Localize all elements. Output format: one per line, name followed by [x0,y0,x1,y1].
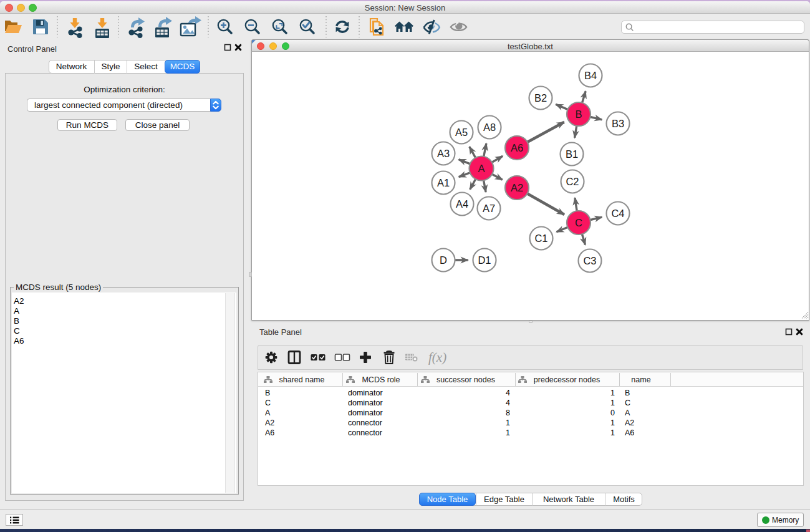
svg-text:B3: B3 [612,118,624,129]
svg-text:1: 1 [610,399,615,407]
svg-text:B1: B1 [566,148,578,160]
svg-text:B2: B2 [534,92,547,104]
svg-text:1: 1 [506,418,510,427]
svg-text:dominator: dominator [348,389,383,397]
svg-text:A7: A7 [483,203,495,214]
svg-text:C2: C2 [566,176,579,187]
svg-text:C: C [625,399,630,407]
svg-text:A2: A2 [265,418,274,427]
svg-text:C1: C1 [534,233,547,244]
svg-text:D: D [440,254,447,266]
svg-text:8: 8 [506,409,510,417]
svg-text:A6: A6 [265,428,274,437]
svg-text:D1: D1 [478,254,491,266]
svg-text:B: B [575,109,582,120]
svg-text:C: C [575,217,582,228]
svg-text:predecessor nodes: predecessor nodes [534,375,600,384]
svg-text:A: A [265,409,271,417]
svg-text:A2: A2 [625,418,634,427]
svg-text:dominator: dominator [348,409,383,417]
svg-text:C4: C4 [611,208,624,219]
svg-text:0: 0 [610,409,615,417]
svg-text:A4: A4 [456,198,468,210]
svg-text:MCDS role: MCDS role [362,375,400,384]
svg-text:A6: A6 [511,142,523,153]
svg-text:dominator: dominator [348,399,383,407]
svg-text:C: C [265,399,271,407]
svg-text:A1: A1 [437,177,450,188]
svg-text:shared name: shared name [279,375,325,384]
svg-text:A8: A8 [483,122,496,133]
svg-text:1: 1 [610,418,615,427]
svg-text:A2: A2 [511,182,523,193]
svg-text:B: B [265,389,270,397]
svg-text:A3: A3 [437,148,450,159]
svg-text:1: 1 [610,389,615,397]
svg-text:1: 1 [610,428,615,437]
svg-text:A6: A6 [625,428,634,437]
svg-text:C3: C3 [583,255,596,266]
svg-text:B4: B4 [584,70,597,81]
svg-text:connector: connector [348,418,382,427]
svg-text:4: 4 [506,399,510,407]
svg-text:A: A [478,163,485,174]
svg-text:1: 1 [506,428,510,437]
svg-text:4: 4 [506,389,510,397]
svg-text:successor nodes: successor nodes [436,375,495,384]
svg-text:A5: A5 [455,127,468,138]
svg-text:f(x): f(x) [428,350,446,365]
svg-text:A: A [625,409,630,417]
svg-text:name: name [631,375,650,384]
svg-text:connector: connector [348,428,382,437]
svg-text:B: B [625,389,630,397]
